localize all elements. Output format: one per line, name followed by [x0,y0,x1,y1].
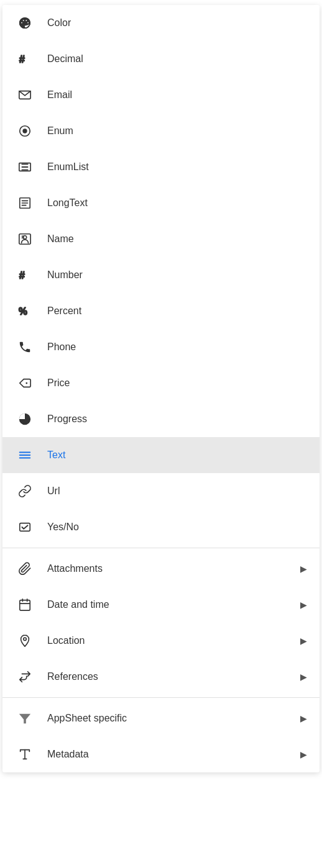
color-icon [15,13,35,33]
longtext-icon [15,193,35,213]
enumlist-icon [15,157,35,177]
menu-item-attachments-label: Attachments [47,563,300,574]
svg-point-21 [25,382,27,384]
svg-text:%: % [19,306,27,317]
number-icon: # [15,265,35,285]
svg-text:#: # [19,269,25,281]
menu-item-enumlist[interactable]: EnumList [2,149,320,185]
menu-item-percent[interactable]: % Percent [2,293,320,329]
attachments-icon [15,559,35,579]
appsheet-icon [15,708,35,728]
url-icon [15,481,35,501]
email-icon [15,85,35,105]
menu-item-email[interactable]: Email [2,77,320,113]
menu-item-price[interactable]: Price [2,365,320,401]
datetime-arrow: ▶ [300,600,307,610]
datetime-icon [15,595,35,615]
menu-item-decimal[interactable]: # Decimal [2,41,320,77]
metadata-arrow: ▶ [300,749,307,759]
appsheet-arrow: ▶ [300,713,307,723]
svg-marker-32 [19,714,30,724]
svg-point-5 [27,22,29,24]
menu-item-text[interactable]: Text [2,437,320,473]
text-icon [15,445,35,465]
svg-point-9 [22,129,27,133]
menu-item-enum-label: Enum [47,125,307,137]
menu-item-color-label: Color [47,17,307,29]
location-arrow: ▶ [300,636,307,646]
svg-point-3 [23,20,24,21]
menu-item-number[interactable]: # Number [2,257,320,293]
menu-container: Color # Decimal Email Enum [2,5,320,772]
svg-point-31 [24,638,27,641]
menu-item-name-label: Name [47,233,307,245]
menu-item-text-label: Text [47,450,307,461]
menu-item-references[interactable]: References ▶ [2,659,320,695]
menu-item-progress-label: Progress [47,414,307,425]
menu-item-longtext[interactable]: LongText [2,185,320,221]
location-icon [15,631,35,651]
menu-item-location[interactable]: Location ▶ [2,623,320,659]
yesno-icon [15,517,35,537]
menu-item-yesno[interactable]: Yes/No [2,509,320,545]
percent-icon: % [15,301,35,321]
svg-point-4 [25,20,27,21]
decimal-icon: # [15,49,35,69]
menu-item-color[interactable]: Color [2,5,320,41]
menu-item-attachments[interactable]: Attachments ▶ [2,551,320,587]
svg-text:#: # [19,53,25,65]
progress-icon [15,409,35,429]
references-arrow: ▶ [300,672,307,682]
metadata-icon [15,744,35,764]
menu-item-location-label: Location [47,635,300,646]
menu-item-appsheet-label: AppSheet specific [47,713,300,724]
menu-item-phone[interactable]: Phone [2,329,320,365]
menu-item-name[interactable]: Name [2,221,320,257]
menu-item-metadata-label: Metadata [47,749,300,760]
enum-icon [15,121,35,141]
menu-item-url-label: Url [47,486,307,497]
menu-item-longtext-label: LongText [47,197,307,209]
price-icon [15,373,35,393]
menu-item-references-label: References [47,671,300,682]
menu-item-price-label: Price [47,377,307,389]
divider-1 [2,548,320,548]
menu-item-yesno-label: Yes/No [47,522,307,533]
menu-item-number-label: Number [47,269,307,281]
menu-item-url[interactable]: Url [2,473,320,509]
menu-item-progress[interactable]: Progress [2,401,320,437]
phone-icon [15,337,35,357]
attachments-arrow: ▶ [300,564,307,574]
menu-item-enum[interactable]: Enum [2,113,320,149]
references-icon [15,667,35,687]
menu-item-metadata[interactable]: Metadata ▶ [2,736,320,772]
divider-2 [2,697,320,698]
svg-point-2 [21,22,22,24]
menu-item-email-label: Email [47,89,307,101]
menu-item-percent-label: Percent [47,305,307,317]
menu-item-phone-label: Phone [47,341,307,353]
name-icon [15,229,35,249]
menu-item-enumlist-label: EnumList [47,161,307,173]
menu-item-decimal-label: Decimal [47,53,307,65]
menu-item-appsheet[interactable]: AppSheet specific ▶ [2,700,320,736]
menu-item-datetime-label: Date and time [47,599,300,610]
menu-item-datetime[interactable]: Date and time ▶ [2,587,320,623]
svg-rect-27 [20,600,30,611]
